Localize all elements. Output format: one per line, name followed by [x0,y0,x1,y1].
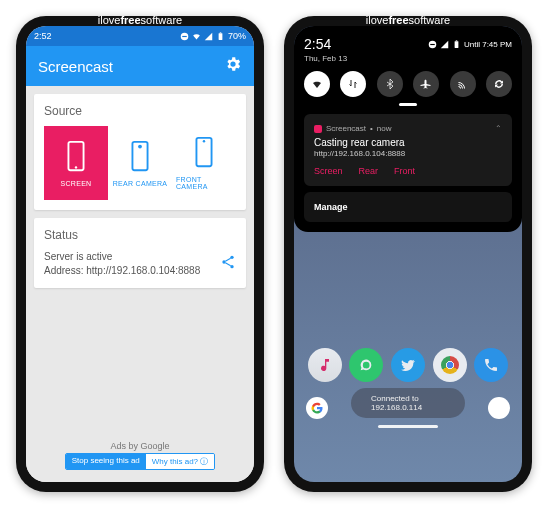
app-music[interactable] [308,348,342,382]
ads-stop-button[interactable]: Stop seeing this ad [66,454,146,469]
screen-right: 2:54 Until 7:45 PM Thu, Feb 13 [294,26,522,482]
status-icons: 70% [180,31,246,41]
notification-title: Casting rear camera [314,137,502,148]
shade-handle[interactable] [399,103,417,106]
whatsapp-icon [358,357,374,373]
notification-header: Screencast • now [314,124,502,133]
screen-icon [64,140,88,174]
phone-left: ilovefreesoftware 2:52 70% Screencast [16,16,264,492]
shade-status-row: 2:54 Until 7:45 PM [304,36,512,52]
source-front-label: FRONT CAMERA [176,176,232,190]
status-card: Status Server is active Address: http://… [34,218,246,288]
google-button[interactable] [306,397,328,419]
dot-sep: • [370,124,373,133]
wifi-icon [192,32,201,41]
svg-point-12 [230,265,233,268]
app-phone[interactable] [474,348,508,382]
qs-wifi[interactable] [304,71,330,97]
twitter-icon [400,357,416,373]
svg-point-9 [203,140,205,142]
notification-sub: http://192.168.0.104:8888 [314,149,502,158]
notification-actions: Screen Rear Front [314,166,502,176]
svg-rect-2 [219,33,223,40]
battery-icon [452,40,461,49]
rear-camera-icon [128,140,152,174]
svg-rect-3 [220,32,222,33]
svg-rect-14 [430,44,435,45]
source-card: Source SCREEN REAR CAMERA FRONT CAMER [34,94,246,210]
status-line1: Server is active [44,250,220,264]
app-icon [314,125,322,133]
status-title: Status [44,228,236,242]
svg-point-7 [138,144,142,148]
source-screen[interactable]: SCREEN [44,126,108,200]
svg-point-5 [75,166,77,168]
ads-why-button[interactable]: Why this ad? ⓘ [146,454,214,469]
notif-action-front[interactable]: Front [394,166,415,176]
assistant-button[interactable] [488,397,510,419]
notification-app: Screencast [326,124,366,133]
qs-rotate[interactable] [486,71,512,97]
phone-right: ilovefreesoftware 2:54 Until 7:45 PM Thu… [284,16,532,492]
manage-button[interactable]: Manage [304,192,512,222]
notif-action-rear[interactable]: Rear [359,166,379,176]
source-front[interactable]: FRONT CAMERA [172,126,236,200]
airplane-icon [420,78,432,90]
source-rear[interactable]: REAR CAMERA [108,126,172,200]
ads-area: Ads by Google Stop seeing this ad Why th… [34,437,246,474]
qs-data[interactable] [340,71,366,97]
nav-handle[interactable] [378,425,438,428]
app-twitter[interactable] [391,348,425,382]
music-icon [317,357,333,373]
share-icon [220,254,236,270]
source-title: Source [44,104,236,118]
connection-pill: Connected to 192.168.0.114 [351,388,465,418]
share-button[interactable] [220,254,236,274]
dnd-icon [180,32,189,41]
ads-label: Ads by Google [34,441,246,451]
status-line2: Address: http://192.168.0.104:8888 [44,264,220,278]
app-title: Screencast [38,58,224,75]
signal-icon [440,40,449,49]
qs-bluetooth[interactable] [377,71,403,97]
front-camera-icon [192,136,216,170]
notification-card[interactable]: ⌃ Screencast • now Casting rear camera h… [304,114,512,186]
brand-text: ilovefreesoftware [16,14,264,26]
svg-rect-16 [456,40,458,41]
svg-rect-15 [455,41,459,48]
battery-pct: 70% [228,31,246,41]
source-options: SCREEN REAR CAMERA FRONT CAMERA [44,126,236,200]
until-text: Until 7:45 PM [464,40,512,49]
chevron-up-icon[interactable]: ⌃ [495,124,502,133]
data-icon [347,78,359,90]
bluetooth-icon [384,78,396,90]
cast-icon [457,78,469,90]
notification-when: now [377,124,392,133]
settings-button[interactable] [224,55,242,77]
phone-icon [483,357,499,373]
qs-airplane[interactable] [413,71,439,97]
source-rear-label: REAR CAMERA [113,180,168,187]
status-bar: 2:52 70% [26,26,254,46]
chrome-icon [441,356,459,374]
notif-action-screen[interactable]: Screen [314,166,343,176]
qs-cast[interactable] [450,71,476,97]
clock: 2:52 [34,31,52,41]
ads-buttons: Stop seeing this ad Why this ad? ⓘ [65,453,216,470]
wifi-icon [311,78,323,90]
shade-right-icons: Until 7:45 PM [428,40,512,49]
app-chrome[interactable] [433,348,467,382]
signal-icon [204,32,213,41]
app-whatsapp[interactable] [349,348,383,382]
quick-settings-row [304,71,512,97]
brand-text: ilovefreesoftware [284,14,532,26]
shade-time: 2:54 [304,36,331,52]
dock [304,348,512,382]
notification-shade[interactable]: 2:54 Until 7:45 PM Thu, Feb 13 [294,26,522,232]
rotate-icon [493,78,505,90]
home-screen: Connected to 192.168.0.114 [294,232,522,432]
source-screen-label: SCREEN [61,180,92,187]
svg-rect-4 [68,141,83,169]
shade-date: Thu, Feb 13 [304,54,512,63]
app-bar: Screencast [26,46,254,86]
